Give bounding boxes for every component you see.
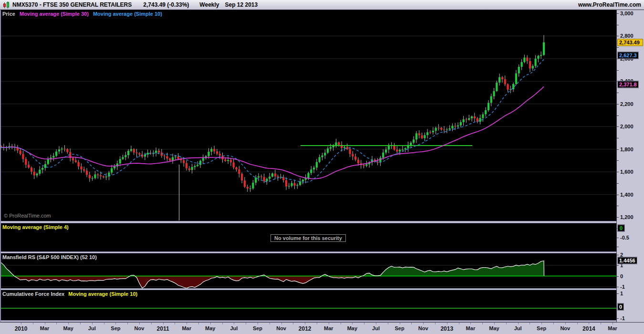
- y-axis-label: 1,400: [620, 192, 634, 198]
- x-axis-tick: [376, 323, 376, 324]
- date-label: Sep 12 2013: [225, 1, 258, 8]
- x-axis-tick: [482, 323, 483, 324]
- y-axis-tick: [617, 195, 619, 195]
- volume-panel-title: Moving average (Simple 4): [2, 224, 69, 230]
- x-axis-tick: [601, 323, 601, 324]
- y-axis-minor-tick: [617, 206, 619, 206]
- x-axis-tick: [45, 323, 45, 324]
- mansfield-rs-panel[interactable]: Mansfield RS (S&P 500 INDEX) (52 10): [0, 253, 616, 288]
- x-axis-year-label: 2010: [15, 325, 28, 332]
- x-axis-tick: [281, 323, 282, 324]
- time-axis[interactable]: 2010MarMayJulSepNov2011MarMayJulSepNov20…: [0, 322, 644, 334]
- legend-price: Price: [2, 11, 15, 17]
- y-axis-label: 1,200: [620, 214, 634, 220]
- y-axis-tick: [617, 293, 619, 294]
- x-axis-year-label: 2011: [157, 325, 169, 332]
- last-price-badge: 2,743.49: [617, 39, 643, 46]
- force-index-panel[interactable]: Cumulativee Force Index Moving average (…: [0, 290, 616, 320]
- y-axis-tick: [617, 104, 619, 104]
- force-value-badge: 0: [617, 303, 624, 311]
- y-axis-minor-tick: [617, 70, 619, 71]
- y-axis-tick: [617, 265, 619, 266]
- x-axis-tick: [541, 323, 542, 324]
- x-axis-tick: [246, 323, 246, 324]
- y-axis-tick: [617, 276, 619, 277]
- x-axis-tick: [577, 323, 578, 324]
- volume-panel[interactable]: Moving average (Simple 4) No volume for …: [0, 223, 616, 251]
- last-price-and-change: 2,743.49 (-0.33%): [143, 1, 189, 8]
- candlestick-chart[interactable]: [0, 10, 616, 221]
- window-left-edge: [0, 10, 1, 322]
- timeframe-label: Weekly: [199, 1, 219, 8]
- ma10-value-badge: 2,627.3: [617, 52, 639, 59]
- y-axis-tick: [617, 255, 619, 255]
- y-axis-minor-tick: [617, 160, 619, 161]
- x-axis-tick: [163, 323, 164, 324]
- y-axis-minor-tick: [617, 138, 619, 138]
- website-link[interactable]: www.ProRealTime.com: [578, 1, 641, 8]
- x-axis-tick: [139, 323, 140, 324]
- y-axis-label: 3,000: [620, 10, 634, 16]
- y-axis-label: 2,000: [620, 124, 634, 129]
- panel-divider[interactable]: [0, 288, 616, 290]
- x-axis-tick: [364, 323, 364, 324]
- x-axis-month-label: May: [489, 325, 499, 331]
- force-title-main: Cumulativee Force Index: [2, 291, 64, 297]
- x-axis-month-label: Mar: [466, 325, 476, 331]
- y-axis-minor-tick: [617, 115, 619, 116]
- x-axis-month-label: Nov: [418, 325, 428, 331]
- y-axis-label: -1: [620, 284, 625, 290]
- x-axis-tick: [470, 323, 471, 324]
- x-axis-tick: [305, 323, 305, 324]
- panel-divider[interactable]: [0, 251, 616, 253]
- x-axis-tick: [56, 323, 57, 324]
- x-axis-year-label: 2013: [440, 325, 453, 332]
- mansfield-panel-title: Mansfield RS (S&P 500 INDEX) (52 10): [2, 254, 97, 260]
- x-axis-month-label: Mar: [608, 325, 617, 331]
- x-axis-tick: [341, 323, 341, 324]
- y-axis-label: 1,800: [620, 146, 634, 152]
- x-axis-tick: [210, 323, 211, 324]
- x-axis-tick: [423, 323, 424, 324]
- y-axis-tick: [617, 13, 619, 14]
- y-axis-tick: [617, 287, 619, 287]
- y-axis-label: 2,200: [620, 101, 634, 107]
- x-axis-tick: [104, 323, 104, 324]
- x-axis-tick: [115, 323, 116, 324]
- x-axis-tick: [258, 323, 258, 324]
- x-axis-tick: [80, 323, 81, 324]
- x-axis-tick: [494, 323, 495, 324]
- x-axis-tick: [175, 323, 175, 324]
- price-axis[interactable]: 3,0002,8002,6002,4002,2002,0001,8001,600…: [616, 10, 644, 322]
- y-axis-minor-tick: [617, 183, 619, 184]
- x-axis-tick: [518, 323, 519, 324]
- y-axis-label: 2,800: [620, 33, 634, 39]
- x-axis-month-label: Mar: [40, 325, 50, 331]
- x-axis-tick: [589, 323, 589, 324]
- x-axis-month-label: Mar: [182, 325, 191, 331]
- x-axis-month-label: May: [63, 325, 73, 331]
- panel-divider[interactable]: [0, 221, 616, 223]
- x-axis-month-label: Nov: [276, 325, 286, 331]
- legend-ma10: Moving average (Simple 10): [93, 11, 162, 17]
- y-axis-tick: [617, 126, 619, 127]
- ma30-value-badge: 2,371.8: [617, 81, 639, 88]
- y-axis-minor-tick: [617, 93, 619, 93]
- y-axis-label: 1,600: [620, 169, 634, 175]
- x-axis-month-label: Sep: [253, 325, 262, 331]
- x-axis-month-label: Nov: [135, 325, 145, 331]
- y-axis-label: -1: [620, 315, 625, 321]
- y-axis-tick: [617, 149, 619, 150]
- prorealtime-chart-window: { "title_bar": { "symbol_title": "NMX537…: [0, 0, 644, 334]
- x-axis-tick: [198, 323, 199, 324]
- y-axis-tick: [617, 318, 619, 319]
- candlestick-icon: [3, 1, 10, 9]
- y-axis-tick: [617, 172, 619, 172]
- title-bar: NMX5370 - FTSE 350 GENERAL RETAILERS 2,7…: [0, 0, 644, 10]
- x-axis-month-label: Sep: [111, 325, 120, 331]
- x-axis-tick: [530, 323, 530, 324]
- x-axis-tick: [435, 323, 436, 324]
- price-chart-panel[interactable]: Price Moving average (Simple 30) Moving …: [0, 10, 616, 221]
- x-axis-tick: [329, 323, 329, 324]
- x-axis-tick: [388, 323, 388, 324]
